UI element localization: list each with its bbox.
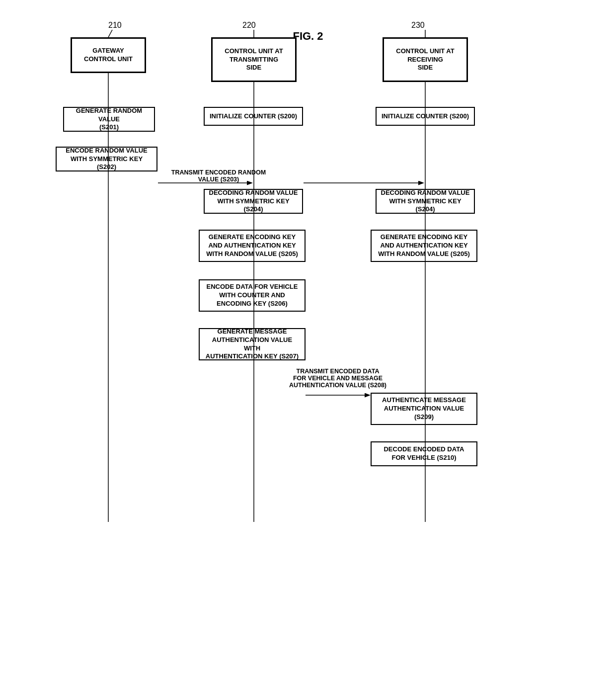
node-s206: ENCODE DATA FOR VEHICLEWITH COUNTER ANDE… — [199, 279, 306, 312]
node-s205-tx: GENERATE ENCODING KEYAND AUTHENTICATION … — [199, 230, 306, 262]
node-gateway-control-unit: GATEWAYCONTROL UNIT — [71, 37, 146, 73]
node-tx-control-unit: CONTROL UNIT ATTRANSMITTINGSIDE — [211, 37, 297, 82]
node-s204-rx: DECODING RANDOM VALUEWITH SYMMETRIC KEY … — [376, 189, 475, 214]
node-s200-rx: INITIALIZE COUNTER (S200) — [376, 107, 475, 126]
node-s209: AUTHENTICATE MESSAGEAUTHENTICATION VALUE… — [371, 393, 477, 425]
ref-210: 210 — [108, 21, 122, 30]
node-s202: ENCODE RANDOM VALUEWITH SYMMETRIC KEY (S… — [56, 147, 157, 171]
node-s207: GENERATE MESSAGEAUTHENTICATION VALUE WIT… — [199, 328, 306, 360]
node-rx-control-unit: CONTROL UNIT ATRECEIVINGSIDE — [383, 37, 468, 82]
diagram-lines — [35, 0, 581, 20]
node-s204-tx: DECODING RANDOM VALUEWITH SYMMETRIC KEY … — [204, 189, 303, 214]
arrow-label-s203: TRANSMIT ENCODED RANDOMVALUE (S203) — [149, 169, 288, 183]
ref-220: 220 — [242, 21, 256, 30]
node-s205-rx: GENERATE ENCODING KEYAND AUTHENTICATION … — [371, 230, 477, 262]
arrow-label-s208: TRANSMIT ENCODED DATAFOR VEHICLE AND MES… — [261, 368, 415, 389]
node-s200-tx: INITIALIZE COUNTER (S200) — [204, 107, 303, 126]
node-s210: DECODE ENCODED DATAFOR VEHICLE (S210) — [371, 441, 477, 466]
ref-230: 230 — [411, 21, 425, 30]
node-s201: GENERATE RANDOM VALUE(S201) — [63, 107, 155, 132]
